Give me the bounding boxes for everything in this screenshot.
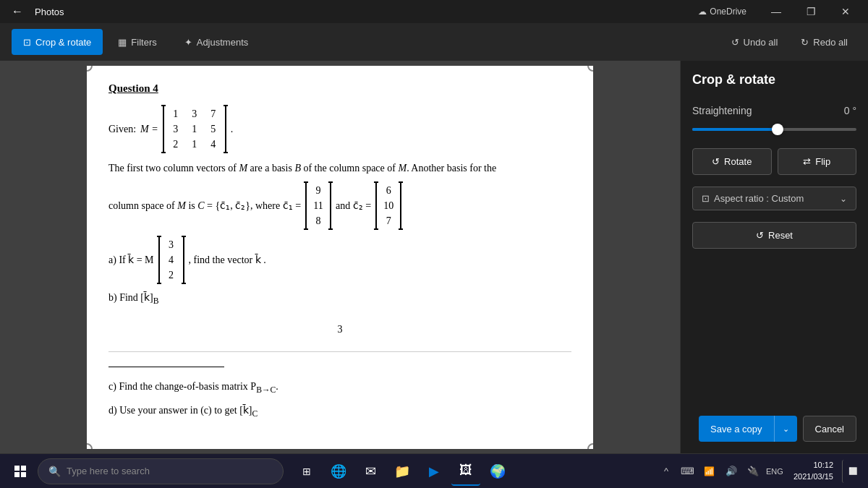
straightening-label: Straightening 0 ° (692, 105, 856, 116)
straightening-slider[interactable] (692, 128, 856, 131)
start-button[interactable] (6, 457, 35, 486)
matrix-c1: 9 11 8 (305, 181, 331, 230)
rotate-icon: ↺ (712, 156, 720, 167)
close-button[interactable]: ✕ (829, 0, 862, 23)
time-display: 10:12 (793, 460, 833, 471)
number-3: 3 (109, 322, 571, 337)
answer-area (109, 361, 571, 367)
aspect-ratio-row[interactable]: ⊡ Aspect ratio : Custom ⌄ (692, 187, 856, 210)
panel-title: Crop & rotate (692, 72, 856, 87)
titlebar-right: ☁ OneDrive — ❐ ✕ (698, 0, 862, 23)
svg-rect-3 (21, 472, 26, 477)
taskview-icon[interactable]: ⊞ (292, 457, 321, 486)
handle-top-left[interactable] (87, 66, 93, 72)
language-indicator[interactable]: ENG (765, 460, 785, 483)
flip-icon: ⇄ (803, 156, 811, 167)
straightening-section: Straightening 0 ° (692, 105, 856, 137)
matrix-M: 137 315 214 (163, 105, 226, 153)
redo-all-button[interactable]: ↻ Redo all (792, 33, 856, 52)
minimize-button[interactable]: — (760, 0, 793, 23)
powershell-icon[interactable]: ▶ (420, 457, 448, 486)
reset-icon: ↺ (756, 230, 764, 241)
chevron-down-icon: ⌄ (840, 194, 847, 204)
divider (109, 351, 571, 352)
taskbar-search[interactable]: 🔍 Type here to search (38, 458, 284, 484)
aspect-ratio-left: ⊡ Aspect ratio : Custom (702, 193, 804, 204)
back-button[interactable]: ← (6, 2, 29, 21)
redo-icon: ↻ (801, 37, 809, 48)
taskbar-app-icons: ⊞ 🌐 ✉ 📁 ▶ 🖼 🌍 (292, 457, 512, 486)
edge-icon[interactable]: 🌐 (324, 457, 353, 486)
crop-rotate-icon: ⊡ (23, 37, 31, 48)
svg-rect-0 (14, 466, 20, 471)
undo-icon: ↺ (731, 37, 739, 48)
save-copy-dropdown[interactable]: ⌄ (774, 416, 797, 442)
slider-fill (692, 128, 778, 131)
onedrive-label: ☁ OneDrive (698, 7, 746, 17)
filters-button[interactable]: ▦ Filters (106, 29, 169, 55)
svg-rect-1 (21, 466, 26, 471)
cancel-button[interactable]: Cancel (803, 416, 856, 442)
search-placeholder: Type here to search (67, 466, 150, 476)
adjustments-icon: ✦ (184, 37, 192, 48)
crop-rotate-button[interactable]: ⊡ Crop & rotate (12, 29, 103, 55)
part-d: d) Use your answer in (c) to get [k̄]C (109, 403, 571, 420)
app-name: Photos (35, 7, 64, 17)
filters-icon: ▦ (118, 37, 127, 48)
column-row: column space of M is C = {c̄₁, c̄₂}, whe… (109, 181, 571, 230)
part-b: b) Find [k̄]B (109, 290, 571, 307)
undo-all-button[interactable]: ↺ Undo all (723, 33, 787, 52)
restore-button[interactable]: ❐ (794, 0, 827, 23)
svg-rect-2 (14, 472, 20, 477)
toolbar-right: ↺ Undo all ↻ Redo all (723, 33, 856, 52)
given-row: Given: M = 137 315 214 . (109, 105, 571, 153)
battery-icon[interactable]: 🔌 (743, 460, 763, 483)
part-a: a) If k̄ = M 3 4 2 , find the vector k̄ … (109, 236, 571, 284)
volume-icon[interactable]: 🔊 (721, 460, 741, 483)
document-content: Question 4 Given: M = 137 315 214 . The … (109, 80, 571, 426)
slider-thumb[interactable] (772, 124, 783, 135)
answer-line (109, 367, 224, 367)
handle-top-right[interactable] (587, 66, 593, 72)
handle-bottom-left[interactable] (87, 443, 93, 449)
photos-icon[interactable]: 🖼 (451, 457, 480, 486)
system-tray: ^ ⌨ 📶 🔊 🔌 ENG (656, 460, 785, 483)
handle-bottom-right[interactable] (587, 443, 593, 449)
save-copy-main[interactable]: Save a copy (699, 416, 774, 442)
chevron-up-icon[interactable]: ^ (656, 460, 676, 483)
clock[interactable]: 10:12 2021/03/15 (788, 457, 839, 485)
canvas-area[interactable]: Question 4 Given: M = 137 315 214 . The … (0, 61, 680, 453)
matrix-k: 3 4 2 (158, 236, 184, 284)
network-icon[interactable]: 📶 (699, 460, 720, 483)
main: Question 4 Given: M = 137 315 214 . The … (0, 61, 868, 453)
rotate-button[interactable]: ↺ Rotate (692, 148, 772, 175)
show-desktop-button[interactable]: ⬜ (842, 460, 862, 483)
taskbar: 🔍 Type here to search ⊞ 🌐 ✉ 📁 ▶ 🖼 🌍 ^ ⌨ … (0, 453, 868, 488)
part-c: c) Find the change-of-basis matrix PB→C. (109, 379, 571, 396)
image-container: Question 4 Given: M = 137 315 214 . The … (87, 66, 593, 449)
aspect-ratio-icon: ⊡ (702, 193, 710, 204)
search-icon: 🔍 (48, 466, 61, 477)
M-label: M = (140, 121, 158, 137)
adjustments-button[interactable]: ✦ Adjustments (172, 29, 261, 55)
explorer-icon[interactable]: 📁 (388, 457, 417, 486)
reset-button[interactable]: ↺ Reset (692, 222, 856, 249)
date-display: 2021/03/15 (793, 471, 833, 482)
matrix-c2: 6 10 7 (375, 181, 401, 230)
given-label: Given: (109, 121, 136, 137)
flip-button[interactable]: ⇄ Flip (778, 148, 857, 175)
save-copy-button[interactable]: Save a copy ⌄ (699, 416, 797, 442)
keyboard-icon[interactable]: ⌨ (678, 460, 698, 483)
mail-icon[interactable]: ✉ (356, 457, 385, 486)
right-panel: Crop & rotate Straightening 0 ° ↺ Rotate… (680, 61, 868, 453)
question-title: Question 4 (109, 80, 571, 97)
earth-icon[interactable]: 🌍 (483, 457, 512, 486)
titlebar: ← Photos ☁ OneDrive — ❐ ✕ (0, 0, 868, 23)
text-line-1: The first two column vectors of M are a … (109, 160, 571, 176)
rotate-flip-row: ↺ Rotate ⇄ Flip (692, 148, 856, 175)
titlebar-left: ← Photos (6, 2, 64, 21)
toolbar: ⊡ Crop & rotate ▦ Filters ✦ Adjustments … (0, 23, 868, 61)
onedrive-icon: ☁ (698, 7, 707, 17)
save-cancel-area: Save a copy ⌄ Cancel (692, 416, 856, 442)
